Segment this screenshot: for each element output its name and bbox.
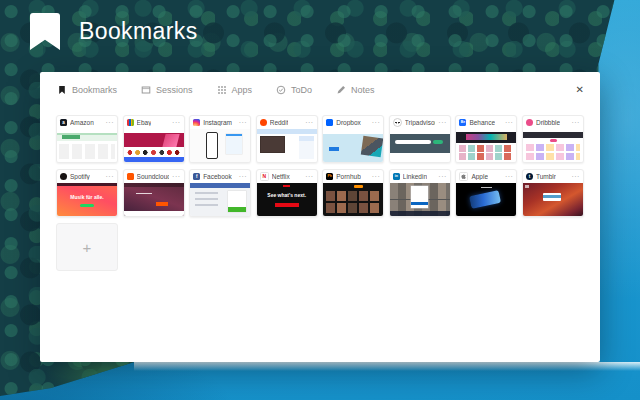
- dropbox-thumbnail: [323, 129, 383, 162]
- bookmark-card-apple[interactable]: Apple ···: [455, 169, 517, 217]
- tab-label: Notes: [351, 85, 375, 95]
- bookmark-card-reddit[interactable]: Reddit ···: [256, 115, 318, 163]
- tab-todo[interactable]: ToDo: [276, 85, 312, 95]
- instagram-favicon-icon: [193, 119, 200, 126]
- tab-label: ToDo: [291, 85, 312, 95]
- app-title: Bookmarks: [79, 18, 198, 45]
- card-menu-button[interactable]: ···: [372, 174, 381, 180]
- card-header: N Netflix ···: [257, 170, 317, 183]
- bookmarks-grid: a Amazon ··· Ebay ··· Instagram ··: [56, 115, 584, 271]
- spotify-thumbnail: Musik für alle.: [57, 183, 117, 216]
- tripadvisor-favicon-icon: [393, 118, 402, 127]
- card-menu-button[interactable]: ···: [172, 120, 181, 126]
- bookmark-title: Amazon: [70, 119, 94, 126]
- bookmark-title: Pornhub: [336, 173, 361, 180]
- bookmark-card-instagram[interactable]: Instagram ···: [189, 115, 251, 163]
- close-icon[interactable]: ✕: [574, 83, 586, 97]
- card-header: t Tumblr ···: [523, 170, 583, 183]
- bookmarks-panel: Bookmarks Sessions Apps ToDo Notes ✕: [40, 72, 600, 362]
- bookmark-title: Apple: [471, 173, 488, 180]
- screen: Bookmarks Bookmarks Sessions Apps ToDo: [0, 0, 640, 400]
- instagram-thumbnail: [190, 129, 250, 162]
- tumblr-favicon-icon: t: [526, 173, 533, 180]
- card-menu-button[interactable]: ···: [571, 174, 580, 180]
- card-header: f Facebook ···: [190, 170, 250, 183]
- card-menu-button[interactable]: ···: [372, 120, 381, 126]
- add-bookmark-button[interactable]: +: [56, 223, 118, 271]
- pornhub-thumbnail: [323, 183, 383, 216]
- bookmark-title: Facebook: [203, 173, 232, 180]
- card-menu-button[interactable]: ···: [505, 120, 514, 126]
- tab-label: Apps: [232, 85, 253, 95]
- amazon-thumbnail: [57, 129, 117, 162]
- netflix-tagline: See what's next.: [257, 192, 317, 198]
- card-menu-button[interactable]: ···: [305, 174, 314, 180]
- card-menu-button[interactable]: ···: [305, 120, 314, 126]
- card-menu-button[interactable]: ···: [106, 174, 115, 180]
- bookmark-card-linkedin[interactable]: in Linkedin ···: [389, 169, 451, 217]
- bookmark-card-pornhub[interactable]: Ph Pornhub ···: [322, 169, 384, 217]
- bookmark-card-soundcloud[interactable]: Soundcloud ···: [123, 169, 185, 217]
- behance-favicon-icon: Be: [459, 119, 466, 126]
- bookmark-title: Dropbox: [336, 119, 361, 126]
- card-menu-button[interactable]: ···: [239, 174, 248, 180]
- card-header: a Amazon ···: [57, 116, 117, 129]
- bookmark-card-ebay[interactable]: Ebay ···: [123, 115, 185, 163]
- soundcloud-thumbnail: [124, 183, 184, 216]
- bookmark-title: Reddit: [270, 119, 289, 126]
- bookmark-title: Ebay: [137, 119, 152, 126]
- card-header: Soundcloud ···: [124, 170, 184, 183]
- card-menu-button[interactable]: ···: [571, 120, 580, 126]
- card-header: Dropbox ···: [323, 116, 383, 129]
- facebook-thumbnail: [190, 183, 250, 216]
- tripadvisor-thumbnail: [390, 129, 450, 162]
- card-header: Dribbble ···: [523, 116, 583, 129]
- card-menu-button[interactable]: ···: [438, 174, 447, 180]
- reddit-favicon-icon: [260, 119, 267, 126]
- card-header: Apple ···: [456, 170, 516, 183]
- card-header: Spotify ···: [57, 170, 117, 183]
- ebay-favicon-icon: [127, 119, 134, 126]
- tab-notes[interactable]: Notes: [336, 85, 375, 95]
- tumblr-thumbnail: [523, 183, 583, 216]
- card-menu-button[interactable]: ···: [239, 120, 248, 126]
- card-header: Ph Pornhub ···: [323, 170, 383, 183]
- bookmark-card-netflix[interactable]: N Netflix ··· See what's next.: [256, 169, 318, 217]
- bookmark-card-spotify[interactable]: Spotify ··· Musik für alle.: [56, 169, 118, 217]
- tab-label: Bookmarks: [72, 85, 117, 95]
- card-header: Be Behance ···: [456, 116, 516, 129]
- bookmark-card-tumblr[interactable]: t Tumblr ···: [522, 169, 584, 217]
- tab-apps[interactable]: Apps: [217, 85, 253, 95]
- dribbble-thumbnail: [523, 129, 583, 162]
- card-menu-button[interactable]: ···: [438, 120, 447, 126]
- bookmark-card-dropbox[interactable]: Dropbox ···: [322, 115, 384, 163]
- bookmark-card-dribbble[interactable]: Dribbble ···: [522, 115, 584, 163]
- bookmark-title: Spotify: [70, 173, 90, 180]
- bookmark-card-amazon[interactable]: a Amazon ···: [56, 115, 118, 163]
- pornhub-favicon-icon: Ph: [326, 173, 333, 180]
- tab-bar: Bookmarks Sessions Apps ToDo Notes ✕: [40, 72, 600, 101]
- bookmark-card-behance[interactable]: Be Behance ···: [455, 115, 517, 163]
- soundcloud-favicon-icon: [127, 173, 134, 180]
- bookmark-title: Behance: [469, 119, 495, 126]
- bookmark-card-facebook[interactable]: f Facebook ···: [189, 169, 251, 217]
- netflix-thumbnail: See what's next.: [257, 183, 317, 216]
- bookmark-title: Netflix: [272, 173, 290, 180]
- bookmark-title: Dribbble: [536, 119, 560, 126]
- dropbox-favicon-icon: [326, 119, 333, 126]
- card-menu-button[interactable]: ···: [106, 120, 115, 126]
- facebook-favicon-icon: f: [193, 173, 200, 180]
- todo-icon: [276, 85, 286, 95]
- ebay-thumbnail: [124, 129, 184, 162]
- background-shoreline: [134, 362, 640, 371]
- bookmark-title: Linkedin: [403, 173, 427, 180]
- tab-bookmarks[interactable]: Bookmarks: [57, 85, 117, 95]
- tab-sessions[interactable]: Sessions: [141, 85, 193, 95]
- card-menu-button[interactable]: ···: [505, 174, 514, 180]
- behance-thumbnail: [456, 129, 516, 162]
- bookmark-ribbon-icon: [30, 13, 60, 50]
- bookmark-card-tripadvisor[interactable]: Tripadvisor ···: [389, 115, 451, 163]
- plus-icon: +: [83, 239, 92, 256]
- card-menu-button[interactable]: ···: [172, 174, 181, 180]
- apple-thumbnail: [456, 183, 516, 216]
